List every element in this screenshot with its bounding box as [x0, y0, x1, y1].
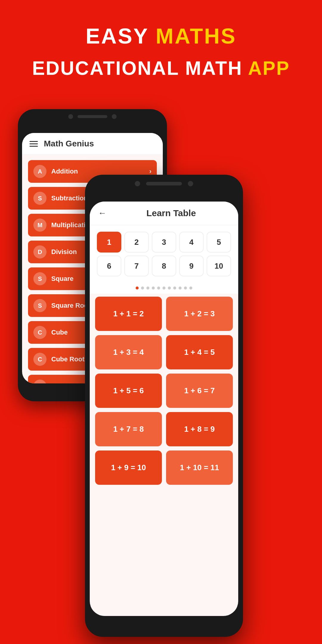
card-1-2[interactable]: 1 + 2 = 3 — [166, 297, 233, 331]
back-camera-right — [112, 114, 117, 119]
number-grid: 1 2 3 4 5 6 7 8 9 10 — [90, 225, 238, 282]
back-arrow-icon[interactable]: ← — [98, 208, 106, 218]
table-cards: 1 + 1 = 2 1 + 2 = 3 1 + 3 = 4 1 + 4 = 5 … — [90, 294, 238, 488]
maths-text: MATHS — [148, 24, 236, 48]
back-app-bar: Math Genius — [22, 133, 163, 155]
dot-8 — [173, 287, 176, 290]
dot-6 — [162, 287, 165, 290]
back-app-title: Math Genius — [44, 139, 94, 148]
dot-10 — [184, 287, 187, 290]
cube-root-icon: C — [33, 353, 47, 366]
dot-2 — [141, 287, 144, 290]
cube-icon: C — [33, 326, 47, 339]
educational-text: EDUCATIONAL MATH — [32, 58, 243, 79]
addition-icon: A — [33, 165, 47, 178]
card-1-10[interactable]: 1 + 10 = 11 — [166, 451, 233, 485]
num-btn-10[interactable]: 10 — [207, 256, 231, 276]
app-tagline: EASY MATHS — [0, 24, 322, 48]
card-1-7[interactable]: 1 + 7 = 8 — [95, 412, 162, 446]
num-btn-4[interactable]: 4 — [179, 232, 204, 253]
card-1-9[interactable]: 1 + 9 = 10 — [95, 451, 162, 485]
num-btn-9[interactable]: 9 — [179, 256, 204, 276]
square-root-icon: S — [33, 299, 47, 312]
num-btn-6[interactable]: 6 — [97, 256, 121, 276]
easy-text: EASY — [86, 24, 148, 48]
card-1-8[interactable]: 1 + 8 = 9 — [166, 412, 233, 446]
dot-4 — [152, 287, 155, 290]
card-1-5[interactable]: 1 + 5 = 6 — [95, 374, 162, 408]
num-btn-1[interactable]: 1 — [97, 232, 121, 253]
hamburger-icon[interactable] — [30, 141, 38, 147]
factorial-icon: F — [33, 380, 47, 383]
num-btn-2[interactable]: 2 — [124, 232, 149, 253]
front-screen-title: Learn Table — [112, 208, 230, 218]
card-1-6[interactable]: 1 + 6 = 7 — [166, 374, 233, 408]
back-phone-notch — [18, 109, 167, 124]
phone-front: ← Learn Table 1 2 3 4 5 6 7 8 9 10 — [85, 175, 243, 637]
addition-label: Addition — [51, 168, 149, 175]
card-1-1[interactable]: 1 + 1 = 2 — [95, 297, 162, 331]
num-btn-3[interactable]: 3 — [152, 232, 176, 253]
subtraction-icon: S — [33, 192, 47, 205]
front-phone-notch — [85, 175, 243, 193]
app-text: APP — [242, 58, 290, 79]
division-icon: D — [33, 245, 47, 258]
dot-11 — [189, 287, 192, 290]
number-row-2: 6 7 8 9 10 — [97, 256, 231, 276]
dot-1 — [136, 287, 139, 290]
front-speaker — [146, 182, 182, 185]
multiplication-icon: M — [33, 219, 47, 232]
num-btn-8[interactable]: 8 — [152, 256, 176, 276]
front-phone-screen: ← Learn Table 1 2 3 4 5 6 7 8 9 10 — [90, 202, 238, 616]
header-section: EASY MATHS EDUCATIONAL MATH APP — [0, 0, 322, 79]
number-row-1: 1 2 3 4 5 — [97, 232, 231, 253]
dot-3 — [146, 287, 149, 290]
card-1-4[interactable]: 1 + 4 = 5 — [166, 335, 233, 369]
edu-tagline: EDUCATIONAL MATH APP — [0, 57, 322, 79]
num-btn-5[interactable]: 5 — [207, 232, 231, 253]
num-btn-7[interactable]: 7 — [124, 256, 149, 276]
card-1-3[interactable]: 1 + 3 = 4 — [95, 335, 162, 369]
dot-7 — [168, 287, 171, 290]
dot-5 — [157, 287, 160, 290]
front-camera-left — [135, 181, 140, 186]
addition-arrow: › — [149, 168, 151, 175]
front-camera-right — [188, 181, 193, 186]
back-camera-left — [68, 114, 73, 119]
back-speaker — [78, 115, 107, 118]
phones-container: Math Genius A Addition › S Subtraction M — [0, 91, 322, 643]
square-icon: S — [33, 272, 47, 285]
dots-indicator — [90, 282, 238, 294]
dot-9 — [179, 287, 182, 290]
front-app-bar: ← Learn Table — [90, 202, 238, 225]
